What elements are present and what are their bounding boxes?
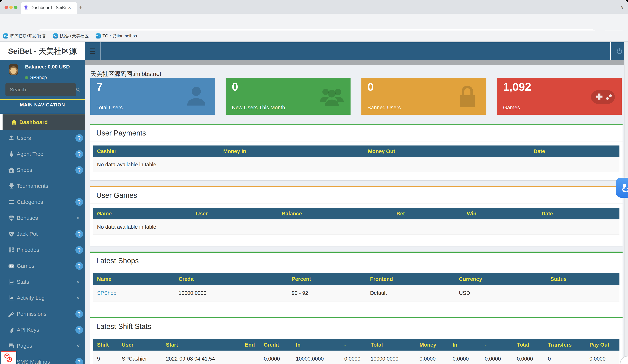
- column-header[interactable]: Transfers: [544, 342, 586, 348]
- help-badge[interactable]: ?: [76, 262, 83, 270]
- stat-box[interactable]: 0 New Users This Month: [226, 78, 351, 115]
- stat-value: 7: [96, 80, 102, 93]
- help-badge[interactable]: ?: [76, 166, 83, 174]
- panel-divider: [90, 141, 623, 142]
- column-header[interactable]: -: [481, 342, 513, 348]
- sidebar-nav-item[interactable]: Pincodes ?: [0, 242, 85, 258]
- site-watermark: 天美社区源码网timibbs.net: [90, 70, 161, 78]
- horizontal-scrollbar[interactable]: [85, 60, 628, 65]
- column-header[interactable]: Total: [513, 342, 544, 348]
- stat-box[interactable]: 7 Total Users: [90, 78, 215, 115]
- stat-box[interactable]: 1,092 Games: [497, 78, 622, 115]
- stat-box[interactable]: 0 Banned Users: [361, 78, 486, 115]
- nav-item-label: Dashboard: [19, 119, 48, 125]
- help-badge[interactable]: ?: [76, 230, 83, 238]
- column-header[interactable]: Frontend: [366, 276, 455, 282]
- column-header[interactable]: End: [241, 342, 260, 348]
- bookmark-item[interactable]: Tm 认准->天美社区: [53, 33, 89, 39]
- tab-search-chevron-icon[interactable]: ∨: [621, 4, 624, 10]
- sidebar-nav-item[interactable]: Categories ?: [0, 194, 85, 210]
- search-input[interactable]: [5, 87, 76, 93]
- sidebar-nav-item[interactable]: Jack Pot ?: [0, 226, 85, 242]
- column-header[interactable]: Date: [530, 148, 620, 154]
- help-badge[interactable]: ?: [76, 246, 83, 254]
- bookmark-item[interactable]: Tm TG：@tianmeibbs: [96, 33, 137, 39]
- column-header[interactable]: Win: [463, 211, 538, 217]
- shift-stat-cell: 0.0000: [586, 356, 616, 362]
- column-header[interactable]: In: [292, 342, 340, 348]
- column-header[interactable]: Credit: [260, 342, 292, 348]
- balance-label: Balance: 0.00 USD: [25, 64, 70, 70]
- tab-close-icon[interactable]: ×: [68, 5, 71, 10]
- user-avatar: [9, 64, 18, 75]
- help-badge[interactable]: ?: [76, 310, 83, 318]
- nav-item-label: Bonuses: [17, 215, 38, 221]
- column-header[interactable]: Bet: [393, 211, 463, 217]
- shift-stat-cell: SPCashier: [118, 356, 162, 362]
- sidebar-nav-item[interactable]: Stats <: [0, 274, 85, 290]
- column-header[interactable]: Status: [547, 276, 620, 282]
- column-header[interactable]: In: [449, 342, 481, 348]
- column-header[interactable]: Money Out: [364, 148, 530, 154]
- sidebar-nav-item[interactable]: Agent Tree ?: [0, 146, 85, 162]
- nav-item-icon: [8, 279, 15, 285]
- sidebar-nav-item[interactable]: Permissions ?: [0, 306, 85, 322]
- shift-stat-cell: 2022-09-08 04:41:54: [162, 356, 241, 362]
- column-header[interactable]: Money: [416, 342, 449, 348]
- help-badge[interactable]: ?: [76, 358, 83, 364]
- column-header[interactable]: Game: [93, 211, 192, 217]
- column-header[interactable]: User: [192, 211, 278, 217]
- app-logo[interactable]: SeiBet - 天美社区源: [0, 42, 85, 60]
- bookmark-label: 认准->天美社区: [60, 33, 89, 39]
- sidebar-nav-item[interactable]: API Keys ?: [0, 322, 85, 338]
- sidebar-nav: Dashboard Users ? Agent Tree ?: [0, 114, 85, 364]
- help-badge[interactable]: ?: [76, 326, 83, 334]
- chevron-left-icon: <: [77, 295, 80, 301]
- help-badge[interactable]: ?: [76, 198, 83, 206]
- window-zoom-button[interactable]: [14, 6, 17, 9]
- column-header[interactable]: Date: [538, 211, 620, 217]
- search-button[interactable]: [76, 87, 81, 92]
- bookmark-favicon-icon: Tm: [96, 33, 101, 39]
- main-content: 天美社区源码网timibbs.net 7 Total Users 0 New U…: [85, 65, 628, 364]
- vertical-scrollbar[interactable]: [624, 42, 628, 364]
- nav-item-icon: [8, 342, 15, 349]
- sidebar-nav-item[interactable]: Tournaments: [0, 178, 85, 194]
- column-header[interactable]: Pay Out: [586, 342, 616, 348]
- sidebar-nav-item[interactable]: Shops ?: [0, 162, 85, 178]
- panel-title: Latest Shift Stats: [90, 318, 623, 331]
- column-header[interactable]: Start: [162, 342, 241, 348]
- help-badge[interactable]: ?: [76, 134, 83, 142]
- column-header[interactable]: Shift: [93, 342, 118, 348]
- sidebar-nav-item[interactable]: Games ?: [0, 258, 85, 274]
- tab-favicon-icon: B: [24, 5, 28, 10]
- bookmark-item[interactable]: Tm 程序搭建/开发/修复: [3, 33, 46, 39]
- bookmark-label: 程序搭建/开发/修复: [10, 33, 46, 39]
- sidebar-divider: [0, 99, 85, 100]
- new-tab-button[interactable]: +: [79, 5, 82, 10]
- column-header[interactable]: Total: [367, 342, 416, 348]
- column-header[interactable]: Balance: [278, 211, 393, 217]
- column-header[interactable]: Cashier: [93, 148, 220, 154]
- sidebar-nav-item[interactable]: Users ?: [0, 130, 85, 146]
- column-header[interactable]: Name: [93, 276, 175, 282]
- nav-item-label: API Keys: [17, 327, 39, 333]
- sidebar-toggle-button[interactable]: [85, 42, 100, 60]
- column-header[interactable]: User: [118, 342, 162, 348]
- column-header[interactable]: Currency: [455, 276, 547, 282]
- column-header[interactable]: Money In: [220, 148, 364, 154]
- browser-tab[interactable]: B Dashboard - SeiBet - 天美社区源 ×: [21, 2, 77, 14]
- window-close-button[interactable]: [4, 6, 8, 9]
- sidebar-nav-item[interactable]: Dashboard: [0, 114, 85, 130]
- window-minimize-button[interactable]: [9, 6, 13, 9]
- help-badge[interactable]: ?: [76, 150, 83, 158]
- column-header[interactable]: -: [341, 342, 367, 348]
- sidebar-nav-item[interactable]: Activity Log <: [0, 290, 85, 306]
- column-header[interactable]: Credit: [175, 276, 288, 282]
- tab-strip: B Dashboard - SeiBet - 天美社区源 × + ∨: [0, 0, 628, 14]
- column-header[interactable]: Percent: [288, 276, 366, 282]
- shift-stat-cell: 9: [93, 356, 118, 362]
- sidebar-nav-item[interactable]: Bonuses <: [0, 210, 85, 226]
- shop-name-link[interactable]: SPShop: [97, 290, 116, 296]
- baidu-netdisk-float-button[interactable]: [616, 178, 628, 198]
